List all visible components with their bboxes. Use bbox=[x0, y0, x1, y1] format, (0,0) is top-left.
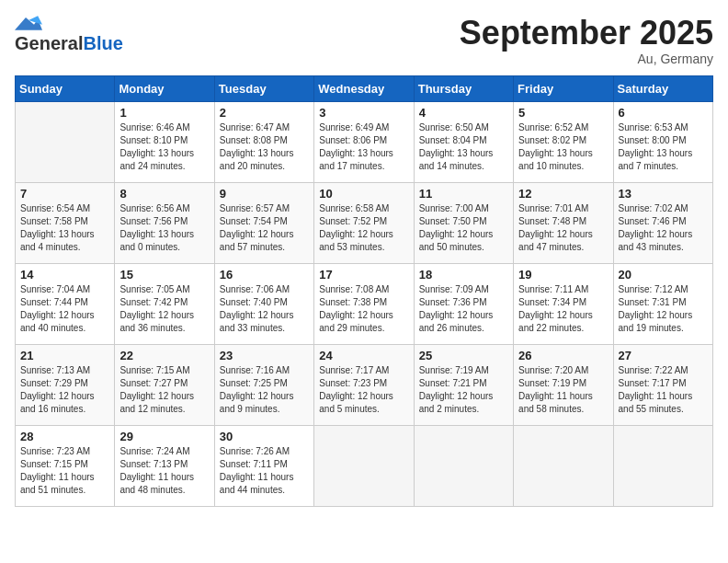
calendar-cell: 3Sunrise: 6:49 AM Sunset: 8:06 PM Daylig… bbox=[314, 101, 414, 182]
subtitle: Au, Germany bbox=[460, 52, 713, 66]
day-info: Sunrise: 6:47 AM Sunset: 8:08 PM Dayligh… bbox=[220, 121, 309, 173]
day-info: Sunrise: 6:49 AM Sunset: 8:06 PM Dayligh… bbox=[319, 121, 408, 173]
day-number: 15 bbox=[119, 268, 209, 282]
day-info: Sunrise: 7:17 AM Sunset: 7:23 PM Dayligh… bbox=[319, 364, 408, 416]
calendar-week-1: 1Sunrise: 6:46 AM Sunset: 8:10 PM Daylig… bbox=[16, 101, 713, 182]
calendar-cell: 12Sunrise: 7:01 AM Sunset: 7:48 PM Dayli… bbox=[514, 182, 613, 263]
day-number: 27 bbox=[619, 349, 708, 362]
day-info: Sunrise: 7:15 AM Sunset: 7:27 PM Dayligh… bbox=[119, 364, 209, 416]
day-info: Sunrise: 7:20 AM Sunset: 7:19 PM Dayligh… bbox=[518, 364, 608, 416]
day-info: Sunrise: 6:53 AM Sunset: 8:00 PM Dayligh… bbox=[619, 121, 708, 173]
calendar-cell bbox=[613, 425, 712, 506]
weekday-header-monday: Monday bbox=[115, 75, 214, 101]
day-info: Sunrise: 6:46 AM Sunset: 8:10 PM Dayligh… bbox=[119, 121, 209, 173]
day-number: 13 bbox=[619, 187, 708, 201]
day-number: 3 bbox=[319, 106, 408, 120]
header: General Blue September 2025 Au, Germany bbox=[15, 15, 713, 66]
day-number: 26 bbox=[518, 349, 608, 362]
calendar-cell bbox=[16, 101, 115, 182]
day-info: Sunrise: 6:56 AM Sunset: 7:56 PM Dayligh… bbox=[119, 202, 209, 254]
day-info: Sunrise: 7:08 AM Sunset: 7:38 PM Dayligh… bbox=[319, 283, 408, 335]
calendar: SundayMondayTuesdayWednesdayThursdayFrid… bbox=[15, 75, 713, 507]
calendar-cell: 9Sunrise: 6:57 AM Sunset: 7:54 PM Daylig… bbox=[214, 182, 313, 263]
day-number: 18 bbox=[419, 268, 508, 282]
weekday-header-sunday: Sunday bbox=[16, 75, 115, 101]
calendar-cell: 24Sunrise: 7:17 AM Sunset: 7:23 PM Dayli… bbox=[314, 344, 414, 425]
weekday-header-thursday: Thursday bbox=[414, 75, 513, 101]
calendar-week-5: 28Sunrise: 7:23 AM Sunset: 7:15 PM Dayli… bbox=[16, 425, 713, 506]
day-number: 29 bbox=[119, 430, 209, 443]
day-info: Sunrise: 7:19 AM Sunset: 7:21 PM Dayligh… bbox=[419, 364, 508, 416]
day-number: 1 bbox=[119, 106, 209, 120]
day-info: Sunrise: 7:02 AM Sunset: 7:46 PM Dayligh… bbox=[619, 202, 708, 254]
logo: General Blue bbox=[15, 15, 123, 54]
calendar-cell: 17Sunrise: 7:08 AM Sunset: 7:38 PM Dayli… bbox=[314, 263, 414, 344]
calendar-cell: 20Sunrise: 7:12 AM Sunset: 7:31 PM Dayli… bbox=[613, 263, 712, 344]
day-info: Sunrise: 7:06 AM Sunset: 7:40 PM Dayligh… bbox=[220, 283, 309, 335]
day-number: 2 bbox=[220, 106, 309, 120]
weekday-header-friday: Friday bbox=[514, 75, 613, 101]
day-number: 7 bbox=[20, 187, 109, 201]
calendar-cell: 2Sunrise: 6:47 AM Sunset: 8:08 PM Daylig… bbox=[214, 101, 313, 182]
weekday-header-wednesday: Wednesday bbox=[314, 75, 414, 101]
calendar-cell bbox=[414, 425, 513, 506]
day-number: 21 bbox=[20, 349, 109, 362]
day-number: 22 bbox=[119, 349, 209, 362]
calendar-cell: 27Sunrise: 7:22 AM Sunset: 7:17 PM Dayli… bbox=[613, 344, 712, 425]
day-info: Sunrise: 7:00 AM Sunset: 7:50 PM Dayligh… bbox=[419, 202, 508, 254]
calendar-cell: 16Sunrise: 7:06 AM Sunset: 7:40 PM Dayli… bbox=[214, 263, 313, 344]
month-title: September 2025 bbox=[460, 15, 713, 52]
day-info: Sunrise: 7:13 AM Sunset: 7:29 PM Dayligh… bbox=[20, 364, 109, 416]
day-info: Sunrise: 7:23 AM Sunset: 7:15 PM Dayligh… bbox=[20, 445, 109, 497]
day-info: Sunrise: 7:26 AM Sunset: 7:11 PM Dayligh… bbox=[220, 445, 309, 497]
calendar-week-4: 21Sunrise: 7:13 AM Sunset: 7:29 PM Dayli… bbox=[16, 344, 713, 425]
calendar-cell: 29Sunrise: 7:24 AM Sunset: 7:13 PM Dayli… bbox=[115, 425, 214, 506]
weekday-header-tuesday: Tuesday bbox=[214, 75, 313, 101]
calendar-week-2: 7Sunrise: 6:54 AM Sunset: 7:58 PM Daylig… bbox=[16, 182, 713, 263]
calendar-cell: 26Sunrise: 7:20 AM Sunset: 7:19 PM Dayli… bbox=[514, 344, 613, 425]
day-number: 17 bbox=[319, 268, 408, 282]
day-number: 19 bbox=[518, 268, 608, 282]
day-number: 11 bbox=[419, 187, 508, 201]
calendar-cell: 15Sunrise: 7:05 AM Sunset: 7:42 PM Dayli… bbox=[115, 263, 214, 344]
day-number: 10 bbox=[319, 187, 408, 201]
day-info: Sunrise: 6:50 AM Sunset: 8:04 PM Dayligh… bbox=[419, 121, 508, 173]
day-number: 8 bbox=[119, 187, 209, 201]
day-info: Sunrise: 7:11 AM Sunset: 7:34 PM Dayligh… bbox=[518, 283, 608, 335]
calendar-cell: 1Sunrise: 6:46 AM Sunset: 8:10 PM Daylig… bbox=[115, 101, 214, 182]
logo-general: General bbox=[15, 33, 83, 54]
calendar-cell: 11Sunrise: 7:00 AM Sunset: 7:50 PM Dayli… bbox=[414, 182, 513, 263]
day-info: Sunrise: 7:04 AM Sunset: 7:44 PM Dayligh… bbox=[20, 283, 109, 335]
day-number: 5 bbox=[518, 106, 608, 120]
calendar-cell: 5Sunrise: 6:52 AM Sunset: 8:02 PM Daylig… bbox=[514, 101, 613, 182]
day-number: 4 bbox=[419, 106, 508, 120]
day-info: Sunrise: 7:12 AM Sunset: 7:31 PM Dayligh… bbox=[619, 283, 708, 335]
calendar-cell: 21Sunrise: 7:13 AM Sunset: 7:29 PM Dayli… bbox=[16, 344, 115, 425]
day-info: Sunrise: 7:01 AM Sunset: 7:48 PM Dayligh… bbox=[518, 202, 608, 254]
calendar-cell: 10Sunrise: 6:58 AM Sunset: 7:52 PM Dayli… bbox=[314, 182, 414, 263]
day-info: Sunrise: 7:16 AM Sunset: 7:25 PM Dayligh… bbox=[220, 364, 309, 416]
day-number: 6 bbox=[619, 106, 708, 120]
calendar-cell bbox=[314, 425, 414, 506]
day-info: Sunrise: 7:22 AM Sunset: 7:17 PM Dayligh… bbox=[619, 364, 708, 416]
calendar-cell: 14Sunrise: 7:04 AM Sunset: 7:44 PM Dayli… bbox=[16, 263, 115, 344]
calendar-cell bbox=[514, 425, 613, 506]
day-number: 24 bbox=[319, 349, 408, 362]
calendar-cell: 25Sunrise: 7:19 AM Sunset: 7:21 PM Dayli… bbox=[414, 344, 513, 425]
calendar-cell: 30Sunrise: 7:26 AM Sunset: 7:11 PM Dayli… bbox=[214, 425, 313, 506]
calendar-cell: 4Sunrise: 6:50 AM Sunset: 8:04 PM Daylig… bbox=[414, 101, 513, 182]
calendar-cell: 7Sunrise: 6:54 AM Sunset: 7:58 PM Daylig… bbox=[16, 182, 115, 263]
calendar-cell: 13Sunrise: 7:02 AM Sunset: 7:46 PM Dayli… bbox=[613, 182, 712, 263]
day-number: 20 bbox=[619, 268, 708, 282]
day-info: Sunrise: 6:54 AM Sunset: 7:58 PM Dayligh… bbox=[20, 202, 109, 254]
day-number: 25 bbox=[419, 349, 508, 362]
calendar-cell: 28Sunrise: 7:23 AM Sunset: 7:15 PM Dayli… bbox=[16, 425, 115, 506]
logo-icon bbox=[15, 15, 42, 31]
day-number: 14 bbox=[20, 268, 109, 282]
logo-blue: Blue bbox=[83, 33, 122, 54]
day-info: Sunrise: 6:58 AM Sunset: 7:52 PM Dayligh… bbox=[319, 202, 408, 254]
day-number: 12 bbox=[518, 187, 608, 201]
calendar-cell: 19Sunrise: 7:11 AM Sunset: 7:34 PM Dayli… bbox=[514, 263, 613, 344]
day-number: 23 bbox=[220, 349, 309, 362]
day-info: Sunrise: 6:52 AM Sunset: 8:02 PM Dayligh… bbox=[518, 121, 608, 173]
